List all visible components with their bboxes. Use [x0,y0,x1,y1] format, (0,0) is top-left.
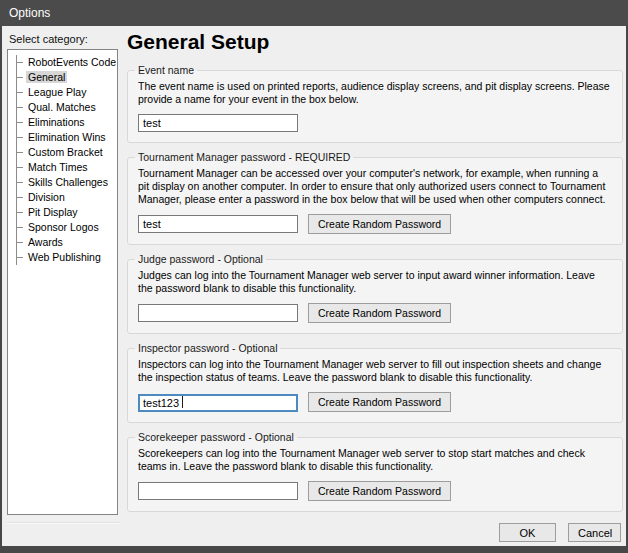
category-listbox[interactable]: RobotEvents Code General League Play Qua… [7,49,118,515]
inspector-password-group: Inspector password - Optional Inspectors… [127,342,623,423]
tm-password-group-title: Tournament Manager password - REQUIRED [135,151,353,163]
sidebar-separator [7,522,120,524]
inspector-create-random-password-button[interactable]: Create Random Password [308,392,451,412]
judge-password-group: Judge password - Optional Judges can log… [127,253,623,334]
dialog-client-area: Select category: RobotEvents Code Genera… [2,26,626,546]
judge-password-input[interactable] [138,304,298,322]
judge-create-random-password-button[interactable]: Create Random Password [308,303,451,323]
cancel-button[interactable]: Cancel [568,523,621,542]
sidebar-item-robotevents-code[interactable]: RobotEvents Code [17,55,117,70]
tm-password-description: Tournament Manager can be accessed over … [138,167,612,206]
sidebar-item-match-times[interactable]: Match Times [17,160,117,175]
options-dialog: Options Select category: RobotEvents Cod… [0,0,628,553]
window-title: Options [9,6,50,20]
scorekeeper-password-group: Scorekeeper password - Optional Scorekee… [127,431,623,512]
sidebar-item-web-publishing[interactable]: Web Publishing [17,250,117,265]
sidebar-item-custom-bracket[interactable]: Custom Bracket [17,145,117,160]
general-setup-panel: General Setup Event name The event name … [127,28,623,520]
titlebar[interactable]: Options [0,0,628,26]
tm-password-input[interactable] [138,215,298,233]
page-title: General Setup [127,30,623,54]
category-sidebar: Select category: RobotEvents Code Genera… [7,33,120,524]
event-name-input[interactable] [138,114,298,132]
inspector-password-input[interactable] [138,394,298,412]
tm-create-random-password-button[interactable]: Create Random Password [308,214,451,234]
sidebar-item-pit-display[interactable]: Pit Display [17,205,117,220]
judge-password-group-title: Judge password - Optional [135,253,266,265]
sidebar-item-awards[interactable]: Awards [17,235,117,250]
category-tree: RobotEvents Code General League Play Qua… [16,55,117,265]
sidebar-item-eliminations[interactable]: Eliminations [17,115,117,130]
scorekeeper-password-input[interactable] [138,482,298,500]
event-name-group: Event name The event name is used on pri… [127,64,623,143]
text-caret [182,396,183,408]
tm-password-group: Tournament Manager password - REQUIRED T… [127,151,623,245]
ok-button[interactable]: OK [499,523,556,542]
judge-password-description: Judges can log into the Tournament Manag… [138,269,612,295]
sidebar-item-division[interactable]: Division [17,190,117,205]
inspector-password-description: Inspectors can log into the Tournament M… [138,358,612,384]
event-name-description: The event name is used on printed report… [138,80,612,106]
scorekeeper-create-random-password-button[interactable]: Create Random Password [308,481,451,501]
sidebar-item-skills-challenges[interactable]: Skills Challenges [17,175,117,190]
sidebar-item-elimination-wins[interactable]: Elimination Wins [17,130,117,145]
sidebar-item-sponsor-logos[interactable]: Sponsor Logos [17,220,117,235]
sidebar-item-qual-matches[interactable]: Qual. Matches [17,100,117,115]
scorekeeper-password-group-title: Scorekeeper password - Optional [135,431,297,443]
inspector-password-group-title: Inspector password - Optional [135,342,280,354]
category-label: Select category: [9,33,120,45]
scorekeeper-password-description: Scorekeepers can log into the Tournament… [138,447,612,473]
sidebar-item-league-play[interactable]: League Play [17,85,117,100]
sidebar-item-general[interactable]: General [17,70,117,85]
dialog-footer: OK Cancel [499,523,621,542]
event-name-group-title: Event name [135,64,197,76]
